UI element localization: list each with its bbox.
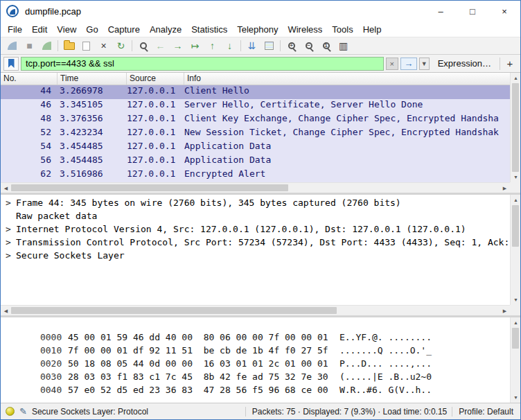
- hex-bytes[interactable]: 50 18 08 05 44 0d 00 00 16 03 01 01 2c 0…: [68, 358, 339, 369]
- hex-offset: 0000: [40, 332, 68, 342]
- colorize-icon: [265, 42, 274, 50]
- scroll-up-arrow-icon[interactable]: ▲: [511, 317, 520, 328]
- hex-ascii[interactable]: E..YF.@. ........: [339, 332, 432, 342]
- menu-tools[interactable]: Tools: [327, 23, 357, 36]
- scroll-thumb[interactable]: [11, 307, 337, 314]
- scroll-right-arrow-icon[interactable]: ▶: [500, 306, 510, 315]
- go-back-button[interactable]: ←: [152, 38, 169, 53]
- hex-row[interactable]: 000045 00 01 59 46 dd 40 00 80 06 00 00 …: [1, 322, 520, 335]
- go-to-packet-button[interactable]: ↦: [186, 38, 204, 53]
- menu-capture[interactable]: Capture: [103, 23, 145, 36]
- hex-bytes[interactable]: 7f 00 00 01 df 92 11 51 be cb de 1b 4f f…: [68, 345, 339, 356]
- scroll-right-arrow-icon[interactable]: ▶: [500, 183, 510, 193]
- stop-capture-button[interactable]: ■: [21, 38, 38, 53]
- hex-vertical-scrollbar[interactable]: ▲ ▼: [510, 317, 520, 403]
- packet-row[interactable]: 54 3.454485 127.0.0.1 Application Data: [1, 141, 510, 155]
- scroll-down-arrow-icon[interactable]: ▼: [511, 295, 520, 305]
- details-horizontal-scrollbar[interactable]: ◀ ▶: [1, 305, 510, 315]
- add-filter-button[interactable]: +: [502, 57, 518, 71]
- column-header-info[interactable]: Info: [184, 73, 510, 85]
- detail-row[interactable]: >Internet Protocol Version 4, Src: 127.0…: [1, 224, 510, 237]
- scroll-thumb[interactable]: [512, 205, 519, 247]
- expander-icon[interactable]: >: [6, 224, 16, 234]
- menu-wireless[interactable]: Wireless: [283, 23, 327, 36]
- expander-icon[interactable]: >: [6, 198, 16, 208]
- minimize-button[interactable]: –: [425, 1, 457, 21]
- status-profile[interactable]: Profile: Default: [452, 407, 515, 417]
- expander-icon[interactable]: >: [6, 237, 16, 247]
- reload-file-button[interactable]: ↻: [112, 38, 130, 53]
- menu-view[interactable]: View: [52, 23, 81, 36]
- packet-list-vertical-scrollbar[interactable]: ▲ ▼: [510, 73, 520, 182]
- menu-edit[interactable]: Edit: [27, 23, 52, 36]
- packet-row[interactable]: 52 3.423234 127.0.0.1 New Session Ticket…: [1, 127, 510, 141]
- restart-capture-button[interactable]: [38, 38, 55, 53]
- hex-bytes[interactable]: 57 e0 52 d5 ed 23 36 83 47 28 56 f5 96 6…: [68, 385, 339, 395]
- auto-scroll-button[interactable]: ⇊: [243, 38, 260, 53]
- menu-file[interactable]: File: [3, 23, 27, 36]
- expert-info-icon[interactable]: [6, 407, 15, 416]
- capture-comment-pencil-icon[interactable]: ✎: [19, 406, 27, 417]
- reload-icon: ↻: [117, 40, 125, 51]
- open-file-button[interactable]: [60, 38, 78, 53]
- go-first-packet-button[interactable]: ↑: [204, 38, 221, 53]
- zoom-normal-button[interactable]: 1: [317, 38, 335, 53]
- detail-row[interactable]: >Secure Sockets Layer: [1, 250, 510, 263]
- scroll-up-arrow-icon[interactable]: ▲: [511, 195, 520, 205]
- menu-statistics[interactable]: Statistics: [186, 23, 232, 36]
- packet-list-horizontal-scrollbar[interactable]: ◀ ▶: [1, 182, 510, 193]
- packet-row[interactable]: 44 3.266978 127.0.0.1 Client Hello: [1, 85, 510, 99]
- go-forward-button[interactable]: →: [169, 38, 186, 53]
- details-vertical-scrollbar[interactable]: ▲ ▼: [510, 195, 520, 305]
- scroll-up-arrow-icon[interactable]: ▲: [511, 73, 520, 83]
- apply-filter-button[interactable]: →: [400, 58, 417, 70]
- scroll-down-arrow-icon[interactable]: ▼: [511, 172, 520, 182]
- zoom-in-button[interactable]: +: [283, 38, 300, 53]
- zoom-out-icon: −: [306, 42, 312, 49]
- scroll-thumb[interactable]: [512, 328, 519, 349]
- hex-ascii[interactable]: W.R..#6. G(V..h..: [339, 385, 432, 395]
- expression-button[interactable]: Expression…: [432, 58, 497, 69]
- start-capture-button[interactable]: [3, 38, 21, 53]
- expander-icon[interactable]: >: [6, 250, 16, 261]
- resize-columns-button[interactable]: ▥: [335, 38, 352, 53]
- filter-bookmark-button[interactable]: [3, 57, 19, 71]
- close-button[interactable]: ×: [488, 1, 520, 21]
- detail-row[interactable]: >Frame 44: 345 bytes on wire (2760 bits)…: [1, 198, 510, 211]
- hex-ascii[interactable]: P...D... ....,...: [339, 358, 432, 369]
- hex-ascii[interactable]: (.....|E .B..u2~0: [339, 371, 432, 382]
- scroll-left-arrow-icon[interactable]: ◀: [1, 306, 11, 315]
- column-header-source[interactable]: Source: [127, 73, 184, 85]
- hex-bytes[interactable]: 45 00 01 59 46 dd 40 00 80 06 00 00 7f 0…: [68, 332, 339, 342]
- zoom-out-button[interactable]: −: [300, 38, 317, 53]
- menu-analyze[interactable]: Analyze: [145, 23, 186, 36]
- main-toolbar: ■ × ↻ ← → ↦ ↑ ↓ ⇊ + − 1 ▥: [1, 37, 520, 55]
- menu-go[interactable]: Go: [81, 23, 103, 36]
- hex-ascii[interactable]: .......Q ....O.'_: [339, 345, 432, 356]
- clear-filter-button[interactable]: ×: [386, 58, 398, 70]
- colorize-packets-button[interactable]: [260, 38, 278, 53]
- maximize-button[interactable]: □: [457, 1, 488, 21]
- detail-row[interactable]: Raw packet data: [1, 211, 510, 224]
- packet-row[interactable]: 56 3.454485 127.0.0.1 Application Data: [1, 155, 510, 168]
- scroll-down-arrow-icon[interactable]: ▼: [511, 392, 520, 403]
- scroll-thumb[interactable]: [512, 83, 519, 172]
- packet-row[interactable]: 48 3.376356 127.0.0.1 Client Key Exchang…: [1, 113, 510, 127]
- save-file-button[interactable]: [78, 38, 95, 53]
- scrollbar-corner: [510, 182, 520, 193]
- go-last-packet-button[interactable]: ↓: [221, 38, 238, 53]
- column-header-time[interactable]: Time: [58, 73, 127, 85]
- packet-row[interactable]: 46 3.345105 127.0.0.1 Server Hello, Cert…: [1, 99, 510, 113]
- filter-dropdown-button[interactable]: ▼: [419, 58, 430, 70]
- scroll-thumb[interactable]: [11, 184, 288, 191]
- find-packet-button[interactable]: [134, 38, 152, 53]
- display-filter-input[interactable]: [21, 57, 384, 71]
- detail-row[interactable]: >Transmission Control Protocol, Src Port…: [1, 237, 510, 250]
- hex-bytes[interactable]: 28 03 03 f1 83 c1 7c 45 8b 42 fe ad 75 3…: [68, 371, 339, 382]
- column-header-no[interactable]: No.: [1, 73, 58, 85]
- menu-help[interactable]: Help: [358, 23, 387, 36]
- packet-row[interactable]: 62 3.516986 127.0.0.1 Encrypted Alert: [1, 168, 510, 182]
- close-file-button[interactable]: ×: [95, 38, 112, 53]
- menu-telephony[interactable]: Telephony: [232, 23, 283, 36]
- scroll-left-arrow-icon[interactable]: ◀: [1, 183, 11, 193]
